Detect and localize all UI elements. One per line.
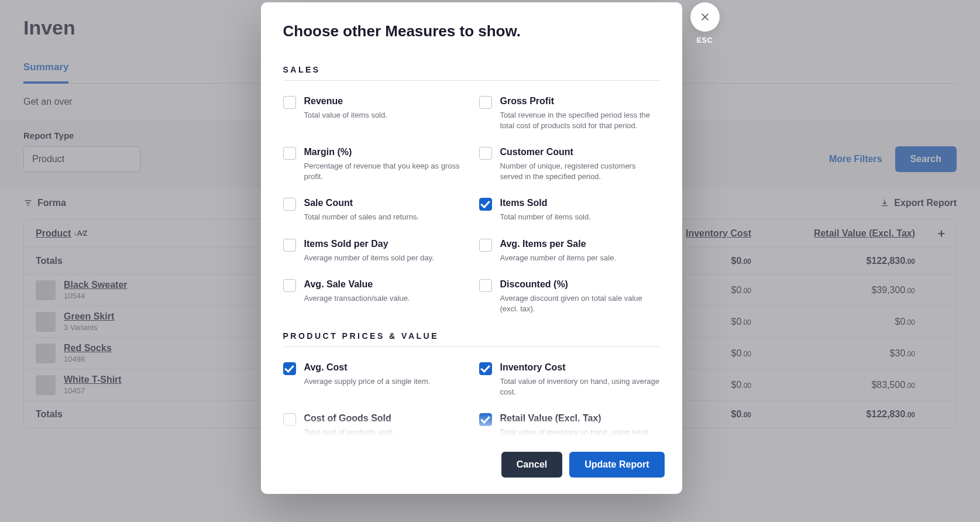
checkbox[interactable] <box>479 147 492 160</box>
modal-title: Choose other Measures to show. <box>283 22 660 40</box>
checkbox[interactable] <box>479 198 492 211</box>
opt-avg-items-per-sale[interactable]: Avg. Items per SaleAverage number of ite… <box>479 239 660 263</box>
checkbox[interactable] <box>479 239 492 252</box>
checkbox[interactable] <box>479 413 492 426</box>
opt-discounted[interactable]: Discounted (%)Average discount given on … <box>479 279 660 314</box>
close-button[interactable] <box>690 2 720 32</box>
section-prices-options: Avg. CostAverage supply price of a singl… <box>283 347 660 438</box>
opt-gross-profit[interactable]: Gross ProfitTotal revenue in the specifi… <box>479 96 660 130</box>
checkbox[interactable] <box>283 362 296 375</box>
modal-footer: Cancel Update Report <box>261 438 682 494</box>
opt-customer-count[interactable]: Customer CountNumber of unique, register… <box>479 147 660 181</box>
close-control: ESC <box>690 2 720 44</box>
checkbox[interactable] <box>283 413 296 426</box>
opt-sale-count[interactable]: Sale CountTotal number of sales and retu… <box>283 198 464 222</box>
section-sales-options: RevenueTotal value of items sold. Gross … <box>283 81 660 320</box>
opt-inventory-cost[interactable]: Inventory CostTotal value of inventory o… <box>479 362 660 397</box>
opt-avg-sale-value[interactable]: Avg. Sale ValueAverage transaction/sale … <box>283 279 464 314</box>
cancel-button[interactable]: Cancel <box>501 452 562 478</box>
modal-body[interactable]: Sales RevenueTotal value of items sold. … <box>261 40 682 438</box>
section-prices-label: Product Prices & Value <box>283 320 660 347</box>
section-sales-label: Sales <box>283 53 660 81</box>
opt-items-sold-per-day[interactable]: Items Sold per DayAverage number of item… <box>283 239 464 263</box>
esc-label: ESC <box>697 36 713 44</box>
checkbox[interactable] <box>283 239 296 252</box>
checkbox[interactable] <box>283 147 296 160</box>
checkbox[interactable] <box>283 96 296 109</box>
opt-avg-cost[interactable]: Avg. CostAverage supply price of a singl… <box>283 362 464 397</box>
opt-items-sold[interactable]: Items SoldTotal number of items sold. <box>479 198 660 222</box>
checkbox[interactable] <box>283 279 296 292</box>
close-icon <box>699 11 711 23</box>
checkbox[interactable] <box>283 198 296 211</box>
modal-wrapper: Choose other Measures to show. Sales Rev… <box>261 2 720 494</box>
checkbox[interactable] <box>479 96 492 109</box>
choose-measures-modal: Choose other Measures to show. Sales Rev… <box>261 2 682 494</box>
opt-revenue[interactable]: RevenueTotal value of items sold. <box>283 96 464 130</box>
update-report-button[interactable]: Update Report <box>569 452 664 478</box>
checkbox[interactable] <box>479 279 492 292</box>
checkbox[interactable] <box>479 362 492 375</box>
opt-cogs[interactable]: Cost of Goods SoldTotal cost of products… <box>283 413 464 438</box>
opt-margin[interactable]: Margin (%)Percentage of revenue that you… <box>283 147 464 181</box>
opt-retail-value[interactable]: Retail Value (Excl. Tax)Total value of i… <box>479 413 660 438</box>
